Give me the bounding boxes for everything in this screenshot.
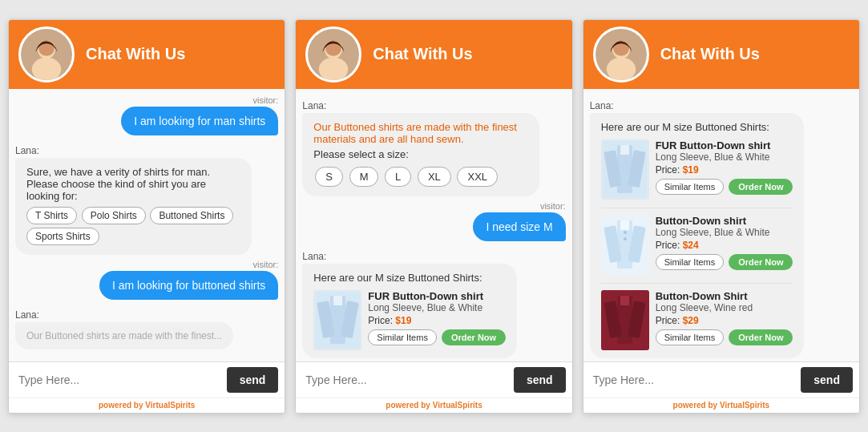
similar-btn-w2-1[interactable]: Similar Items bbox=[368, 329, 437, 345]
product-name-w2-1: FUR Button-Down shirt bbox=[368, 290, 506, 302]
chat-input-3[interactable] bbox=[590, 369, 801, 391]
product-name-w3-3: Button-Down Shirt bbox=[656, 290, 793, 302]
product-price-w2-1: Price: $19 bbox=[368, 315, 506, 326]
product-card-w3-2: Button-Down shirt Long Sleeve, Blue & Wh… bbox=[601, 208, 793, 275]
header-title-3: Chat With Us bbox=[660, 45, 760, 63]
lana-bubble-1: Sure, we have a verity of shirts for man… bbox=[15, 158, 252, 255]
size-l[interactable]: L bbox=[385, 167, 411, 187]
svg-rect-12 bbox=[333, 296, 342, 305]
similar-btn-w3-2[interactable]: Similar Items bbox=[656, 254, 725, 270]
send-button-3[interactable]: send bbox=[801, 367, 853, 393]
tag-polo[interactable]: Polo Shirts bbox=[82, 207, 146, 224]
chat-body-2[interactable]: Lana: Our Buttoned shirts are made with … bbox=[296, 89, 571, 361]
header-title-1: Chat With Us bbox=[86, 45, 185, 63]
chat-header-3: Chat With Us bbox=[583, 20, 859, 89]
product-price-w3-2: Price: $24 bbox=[656, 240, 793, 251]
visitor-label-2: visitor: bbox=[15, 260, 278, 269]
chat-input-1[interactable] bbox=[15, 369, 227, 391]
product-desc-w3-1: Long Sleeve, Blue & White bbox=[656, 151, 793, 163]
visitor-label-w2: visitor: bbox=[302, 201, 565, 211]
avatar-2 bbox=[305, 26, 361, 83]
product-image-w3-2 bbox=[601, 215, 649, 275]
product-info-w3-1: FUR Button-Down shirt Long Sleeve, Blue … bbox=[656, 139, 793, 195]
product-image-w2-1 bbox=[313, 290, 361, 350]
tag-buttons-1: T Shirts Polo Shirts Buttoned Shirts Spo… bbox=[26, 205, 240, 247]
tag-tshirts[interactable]: T Shirts bbox=[26, 207, 77, 224]
product-actions-w3-3: Similar Items Order Now bbox=[656, 329, 793, 345]
lana-row-2: Lana: Our Buttoned shirts are made with … bbox=[15, 305, 278, 349]
chat-footer-3: send bbox=[583, 361, 859, 398]
powered-by-2: powered by VirtualSpirits bbox=[296, 398, 571, 413]
visitor-row-w2-1: visitor: I need size M bbox=[302, 201, 565, 241]
product-desc-w3-2: Long Sleeve, Blue & White bbox=[656, 227, 793, 238]
svg-point-6 bbox=[319, 57, 349, 79]
product-name-w3-2: Button-Down shirt bbox=[656, 215, 793, 227]
lana-row-1: Lana: Sure, we have a verity of shirts f… bbox=[15, 140, 278, 255]
similar-btn-w3-3[interactable]: Similar Items bbox=[656, 329, 725, 345]
svg-point-27 bbox=[624, 231, 627, 234]
lana-row-w3: Lana: Here are our M size Buttoned Shirt… bbox=[590, 95, 853, 358]
product-card-w3-3: Button-Down Shirt Long Sleeve, Wine red … bbox=[601, 283, 793, 350]
order-btn-w3-1[interactable]: Order Now bbox=[729, 179, 793, 195]
product-price-w3-1: Price: $19 bbox=[656, 164, 793, 176]
svg-rect-26 bbox=[620, 220, 629, 230]
product-desc-w2-1: Long Sleeve, Blue & White bbox=[368, 302, 506, 313]
size-s[interactable]: S bbox=[315, 167, 343, 187]
chat-widget-3: Chat With Us Lana: Here are our M size B… bbox=[583, 19, 860, 414]
similar-btn-w3-1[interactable]: Similar Items bbox=[656, 179, 725, 195]
svg-rect-33 bbox=[620, 296, 629, 305]
chat-footer-2: send bbox=[296, 361, 571, 398]
visitor-bubble-w2: I need size M bbox=[473, 212, 565, 241]
size-m[interactable]: M bbox=[349, 167, 379, 187]
send-button-1[interactable]: send bbox=[227, 367, 279, 393]
header-title-2: Chat With Us bbox=[373, 45, 472, 63]
product-image-w3-3 bbox=[601, 290, 649, 350]
product-card-w2-1: FUR Button-Down shirt Long Sleeve, Blue … bbox=[313, 290, 506, 350]
size-xl[interactable]: XL bbox=[418, 167, 451, 187]
lana-bubble-2: Our Buttoned shirts are made with the fi… bbox=[15, 322, 233, 349]
visitor-row-2: visitor: I am looking for buttoned shirt… bbox=[15, 260, 278, 300]
order-btn-w3-3[interactable]: Order Now bbox=[729, 329, 793, 345]
product-card-w3-1: FUR Button-Down shirt Long Sleeve, Blue … bbox=[601, 139, 793, 200]
product-info-w3-2: Button-Down shirt Long Sleeve, Blue & Wh… bbox=[656, 215, 793, 270]
svg-point-28 bbox=[624, 237, 627, 240]
visitor-label: visitor: bbox=[15, 95, 278, 105]
svg-point-2 bbox=[32, 57, 62, 79]
product-info-w2-1: FUR Button-Down shirt Long Sleeve, Blue … bbox=[368, 290, 506, 345]
chat-header-1: Chat With Us bbox=[9, 20, 285, 89]
lana-label-w2-2: Lana: bbox=[302, 251, 565, 262]
lana-row-w2-1: Lana: Our Buttoned shirts are made with … bbox=[302, 95, 565, 196]
lana-label-w3: Lana: bbox=[590, 100, 853, 111]
visitor-bubble-1: I am looking for man shirts bbox=[121, 107, 278, 135]
avatar-3 bbox=[593, 26, 649, 83]
powered-by-1: powered by VirtualSpirits bbox=[9, 398, 285, 413]
order-btn-w2-1[interactable]: Order Now bbox=[442, 329, 506, 345]
size-xxl[interactable]: XXL bbox=[457, 167, 498, 187]
order-btn-w3-2[interactable]: Order Now bbox=[729, 254, 793, 270]
tag-sports[interactable]: Sports Shirts bbox=[26, 228, 99, 245]
size-buttons: S M L XL XXL bbox=[313, 165, 527, 188]
lana-row-w2-2: Lana: Here are our M size Buttoned Shirt… bbox=[302, 246, 565, 358]
chat-footer-1: send bbox=[9, 361, 285, 398]
product-info-w3-3: Button-Down Shirt Long Sleeve, Wine red … bbox=[656, 290, 793, 345]
lana-label-2: Lana: bbox=[15, 309, 278, 321]
avatar-1 bbox=[18, 26, 75, 83]
svg-point-15 bbox=[606, 57, 636, 79]
lana-bubble-w2-2: Here are our M size Buttoned Shirts: FUR… bbox=[302, 264, 517, 358]
product-image-w3-1 bbox=[601, 139, 649, 200]
product-actions-w2-1: Similar Items Order Now bbox=[368, 329, 506, 345]
send-button-2[interactable]: send bbox=[514, 367, 566, 393]
powered-by-3: powered by VirtualSpirits bbox=[583, 398, 859, 413]
chat-input-2[interactable] bbox=[302, 369, 514, 391]
chat-body-1[interactable]: visitor: I am looking for man shirts Lan… bbox=[9, 89, 285, 361]
tag-buttoned[interactable]: Buttoned Shirts bbox=[150, 207, 233, 224]
product-actions-w3-2: Similar Items Order Now bbox=[656, 254, 793, 270]
product-desc-w3-3: Long Sleeve, Wine red bbox=[656, 302, 793, 313]
visitor-row-1: visitor: I am looking for man shirts bbox=[15, 95, 278, 135]
lana-label-1: Lana: bbox=[15, 145, 278, 156]
product-name-w3-1: FUR Button-Down shirt bbox=[656, 139, 793, 151]
lana-bubble-w3: Here are our M size Buttoned Shirts: bbox=[590, 113, 805, 358]
lana-bubble-w2-1: Our Buttoned shirts are made with the fi… bbox=[302, 113, 539, 196]
chat-body-3[interactable]: Lana: Here are our M size Buttoned Shirt… bbox=[583, 89, 859, 361]
chat-header-2: Chat With Us bbox=[296, 20, 571, 89]
